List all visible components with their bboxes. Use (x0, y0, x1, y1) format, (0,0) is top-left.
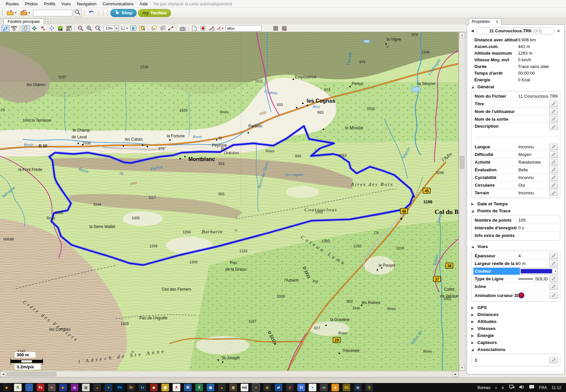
edit-pencil-button[interactable] (549, 174, 558, 181)
edit-pencil-button[interactable] (549, 108, 558, 115)
app-land-gps[interactable]: ● (252, 384, 260, 391)
app-musescore[interactable]: mû (241, 384, 248, 391)
app-sync[interactable]: ⇄ (275, 384, 282, 391)
open-route-button[interactable]: ▼ (19, 9, 32, 17)
scroll-down-button[interactable]: ▼ (459, 365, 465, 371)
edit-pencil-button[interactable] (549, 144, 558, 150)
clock[interactable]: 11:12 (552, 385, 561, 390)
menu-communications[interactable]: Communications (99, 1, 136, 7)
menu-photos[interactable]: Photos (22, 1, 41, 7)
map-vertical-scrollbar[interactable]: ▲ ▼ (459, 32, 465, 371)
window-zoom-button[interactable] (138, 25, 146, 32)
tray-expand-caret[interactable]: ∧ (501, 385, 504, 390)
grid-degrees-button[interactable] (280, 25, 288, 32)
app-gdrive[interactable]: ▲ (218, 384, 226, 391)
toolbar-search-button[interactable] (74, 9, 82, 17)
section-header-capteurs[interactable]: ▶Capteurs (467, 339, 564, 346)
expand-triangle-icon[interactable]: ▶ (471, 341, 475, 344)
menu-profils[interactable]: Profils (41, 1, 59, 7)
zoom-level-combo[interactable]: 13%▼ (104, 25, 119, 31)
open-track-button[interactable]: ▼ (6, 9, 18, 17)
zoom-in-button[interactable] (85, 25, 93, 32)
track-name-box[interactable]: 11 Courouclous.TRK (3/3) (477, 27, 554, 34)
edit-pencil-button[interactable] (549, 151, 558, 158)
menu-vues[interactable]: Vues (58, 1, 74, 7)
scroll-up-button[interactable]: ▲ (459, 32, 465, 38)
edit-pencil-button[interactable] (549, 167, 558, 173)
map-canvas[interactable]: 4546383729 les Glairesla Terrassele Cham… (0, 32, 459, 371)
expand-triangle-icon[interactable]: ▶ (471, 202, 475, 206)
new-note-button[interactable] (150, 25, 158, 32)
app-browser-globe[interactable]: ◔ (25, 384, 33, 391)
expand-triangle-icon[interactable]: ▶ (471, 313, 475, 316)
edit-pencil-button[interactable] (549, 190, 558, 196)
expand-triangle-icon[interactable]: ▶ (471, 334, 475, 337)
app-audio-cut[interactable]: ✂ (48, 384, 56, 391)
menu-aide[interactable]: Aide (136, 1, 151, 7)
north-arrow-button[interactable]: N (39, 25, 47, 32)
app-vlc[interactable]: ▲ (93, 384, 101, 391)
grid-utm-button[interactable] (272, 25, 280, 32)
search-map-button[interactable] (263, 25, 271, 32)
section-header-vitesses[interactable]: ▶Vitesses (467, 325, 564, 332)
zoom-out-button[interactable] (77, 25, 85, 32)
edit-pencil-button[interactable] (549, 283, 558, 290)
next-track-button[interactable]: ▶ (556, 29, 562, 33)
app-compass[interactable]: ◎ (263, 384, 271, 391)
edit-pencil-button[interactable] (549, 260, 558, 267)
window-scale-button[interactable]: ▼ (121, 25, 129, 32)
language-indicator[interactable]: FRA (539, 385, 547, 390)
expand-triangle-icon[interactable]: ▶ (471, 327, 475, 330)
collapse-triangle-icon[interactable]: ◢ (471, 348, 475, 351)
scroll-right-button[interactable]: ▶ (453, 371, 458, 377)
app-calendar[interactable]: 31 (297, 384, 305, 391)
app-excel[interactable]: X (195, 384, 203, 391)
recenter-map-button[interactable] (30, 25, 38, 32)
shop-button[interactable]: Shop (110, 9, 137, 17)
app-files[interactable]: ▣ (161, 384, 169, 391)
app-tasks[interactable]: ◷ (331, 384, 339, 391)
map-horizontal-scrollbar[interactable]: ◀ ▶ (0, 371, 459, 377)
section-header-vues[interactable]: ◢Vues (467, 243, 564, 250)
app-irfanview[interactable]: ◉ (150, 384, 158, 391)
mytwonav-button[interactable]: myTwoNav (138, 9, 171, 17)
app-disc-purple[interactable]: ◎ (71, 384, 78, 391)
measure-distance-button[interactable] (167, 25, 175, 32)
app-acrobat[interactable]: A (173, 384, 180, 391)
section-header-points-de-trace[interactable]: ◢Points de Trace (467, 207, 564, 214)
edit-pencil-button[interactable] (549, 292, 558, 299)
expand-triangle-icon[interactable]: ▶ (471, 306, 475, 309)
create-track-button[interactable]: ▼ (216, 25, 224, 32)
vertical-scroll-thumb[interactable] (460, 156, 464, 169)
edit-pencil-button[interactable] (549, 253, 558, 259)
notifications-icon[interactable] (529, 385, 534, 390)
tab-properties[interactable]: Propriétés X (469, 18, 501, 25)
scroll-left-button[interactable]: ◀ (0, 371, 6, 377)
app-sb[interactable]: Sb (343, 384, 350, 391)
section-header-associations[interactable]: ◢Associations (467, 346, 564, 353)
topo-map[interactable]: 4546383729 les Glairesla Terrassele Cham… (0, 32, 459, 371)
app-word[interactable]: W (184, 384, 192, 391)
collapse-triangle-icon[interactable]: ◢ (471, 245, 475, 248)
horizontal-scroll-thumb[interactable] (7, 372, 56, 376)
app-library[interactable]: ▥ (229, 384, 237, 391)
add-tab-button[interactable]: + (45, 19, 51, 24)
pan-arrows-button[interactable] (48, 25, 56, 32)
new-window-button[interactable] (190, 25, 198, 32)
chevron-down-icon[interactable]: ▼ (553, 268, 558, 274)
app-stats[interactable]: ▮ (286, 384, 294, 391)
screenshot-camera-button[interactable] (179, 25, 187, 32)
view-3d-button[interactable]: 3D (56, 25, 64, 32)
zoom-previous-button[interactable] (94, 25, 102, 32)
undo-button[interactable] (87, 9, 96, 17)
menu-routes[interactable]: Routes (3, 1, 22, 7)
app-news[interactable]: ▦ (207, 384, 214, 391)
edit-pencil-button[interactable] (549, 116, 558, 122)
edit-pencil-button[interactable] (549, 357, 558, 363)
expand-triangle-icon[interactable]: ▶ (471, 320, 475, 323)
app-remote-desktop[interactable]: ▭ (320, 384, 328, 391)
toolbar-grip[interactable] (2, 10, 4, 16)
object-list-button[interactable] (158, 25, 166, 32)
section-header-énergie[interactable]: ▶Énergie (467, 332, 564, 339)
app-qgis[interactable]: Q (365, 384, 373, 391)
